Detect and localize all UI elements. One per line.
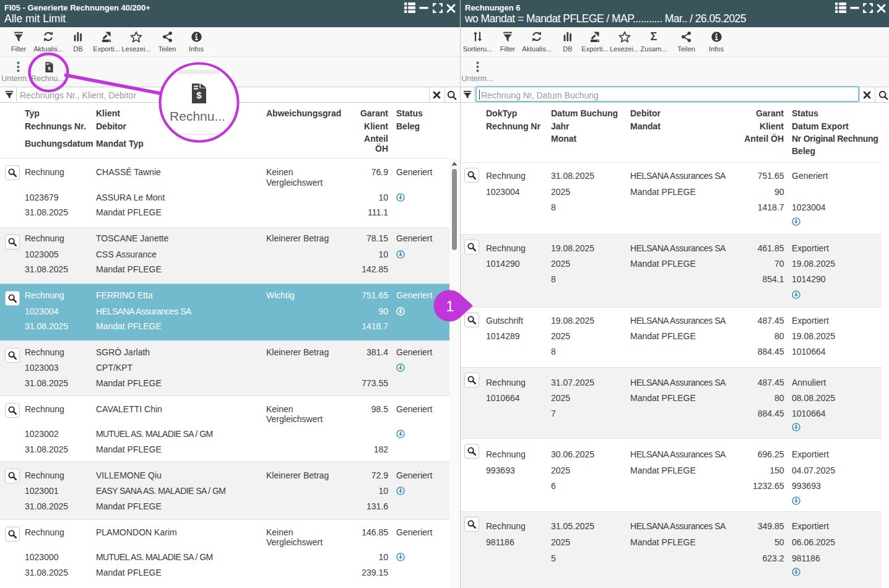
svg-text:1: 1 [446, 298, 454, 314]
svg-text:$: $ [196, 89, 202, 100]
